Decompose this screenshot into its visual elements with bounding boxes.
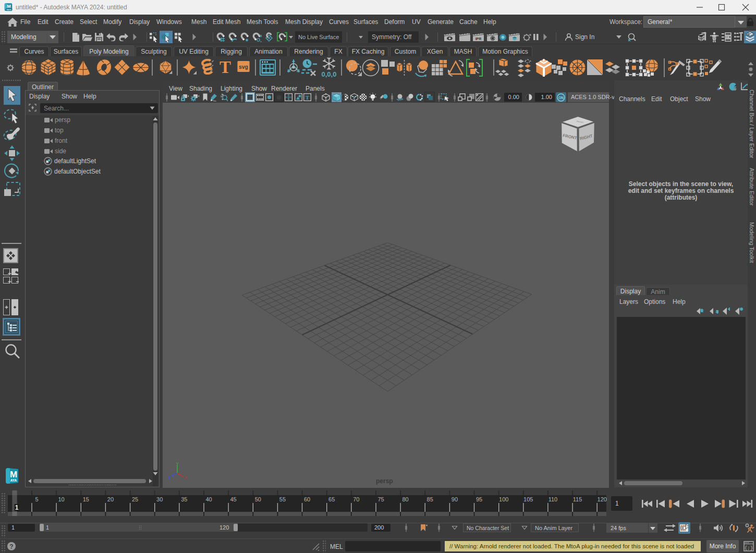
svg-text:90: 90 [452,496,458,502]
svg-text:105: 105 [523,496,533,502]
svg-text:x: x [185,475,187,480]
svg-text:100: 100 [499,496,508,502]
svg-text:{;}: {;} [745,546,753,551]
svg-text:5: 5 [35,496,38,502]
svg-text:30: 30 [156,496,163,502]
svg-text:80: 80 [402,496,408,502]
svg-text:T: T [306,94,310,101]
svg-text:svg: svg [239,64,248,70]
svg-text:40: 40 [205,496,212,502]
svg-text:20: 20 [107,496,114,502]
svg-text:?: ? [9,543,13,550]
svg-text:70: 70 [353,496,359,502]
svg-text:110: 110 [548,496,558,502]
svg-text:95: 95 [476,496,482,502]
svg-text:120: 120 [598,496,607,502]
svg-text:75: 75 [377,496,384,502]
svg-text:1: 1 [15,504,19,511]
svg-text:MAYA: MAYA [7,9,12,11]
svg-text:M: M [7,4,10,9]
svg-text:AYA: AYA [10,478,17,482]
svg-text:35: 35 [181,496,187,502]
svg-text:45: 45 [230,496,236,502]
svg-text:65: 65 [328,496,335,502]
svg-text:y: y [176,462,179,466]
svg-text:IPR: IPR [475,37,482,41]
svg-text:T: T [220,59,231,76]
svg-text:85: 85 [427,496,433,502]
svg-text:z: z [168,475,171,480]
svg-text:55: 55 [279,496,286,502]
svg-text:115: 115 [573,496,582,502]
svg-text:50: 50 [255,496,261,502]
svg-text:10: 10 [58,496,64,502]
svg-text:0,0,0: 0,0,0 [322,70,337,78]
svg-text:60: 60 [304,496,310,502]
svg-text:25: 25 [132,496,138,502]
svg-text:15: 15 [83,496,89,502]
svg-text:ON: ON [558,96,564,100]
